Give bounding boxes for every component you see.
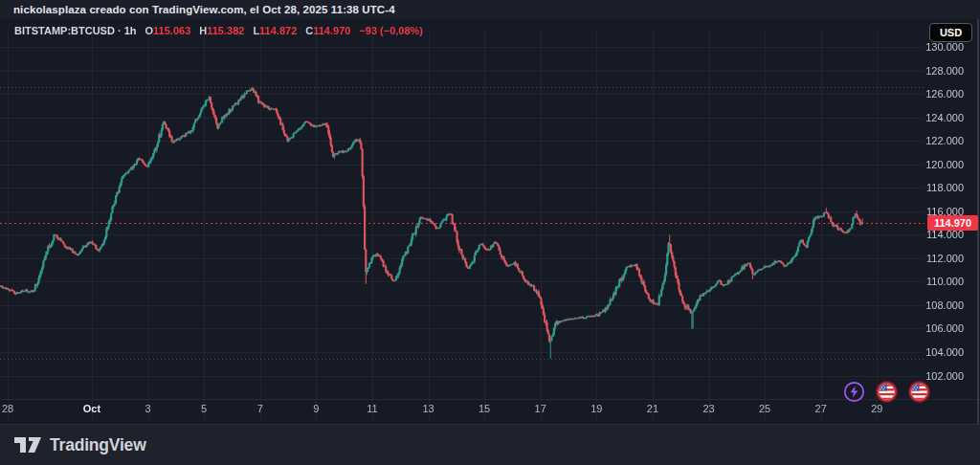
close-value: 114.970	[313, 25, 350, 36]
price-axis-label: 124.000	[906, 112, 964, 123]
price-axis-label: 104.000	[906, 346, 964, 358]
price-axis-label: 108.000	[906, 299, 964, 311]
us-flag-icon[interactable]	[907, 380, 931, 404]
legend-separator: ·	[118, 25, 122, 36]
interval-label: 1h	[124, 25, 137, 36]
corner-icons	[842, 380, 931, 404]
time-axis-label: 7	[241, 403, 279, 415]
low-value: 114.872	[259, 25, 297, 36]
time-axis-label: 27	[802, 403, 840, 415]
last-price-badge: 114.970	[927, 215, 978, 231]
open-value: 115.063	[153, 25, 190, 36]
attribution-bar: nickolasplaza creado con TradingView.com…	[0, 0, 980, 19]
price-axis-label: 106.000	[906, 322, 964, 334]
price-axis-label: 122.000	[906, 135, 964, 146]
time-axis-label: 3	[129, 403, 167, 415]
lightning-icon[interactable]	[842, 380, 866, 404]
time-axis-label: 23	[690, 403, 728, 415]
ohlc-legend: BITSTAMP:BTCUSD · 1h O115.063 H115.382 L…	[14, 24, 423, 38]
price-axis-label: 128.000	[906, 65, 964, 77]
time-axis-label: 17	[522, 403, 560, 415]
change-value: −93 (−0,08%)	[359, 24, 423, 38]
time-axis-label: 13	[410, 403, 448, 415]
symbol-label: BITSTAMP:BTCUSD	[14, 25, 115, 36]
price-axis-label: 126.000	[906, 88, 964, 100]
price-axis-label: 114.000	[906, 229, 964, 240]
currency-toggle-button[interactable]: USD	[929, 23, 972, 42]
price-axis-label: 112.000	[906, 253, 964, 264]
time-axis-label: 25	[746, 403, 784, 415]
price-axis-label: 120.000	[906, 159, 964, 170]
footer-bar: TradingView	[0, 424, 980, 465]
tradingview-logo[interactable]: TradingView	[13, 433, 146, 456]
time-axis-label: 9	[297, 403, 335, 415]
time-axis-label: 28	[0, 403, 27, 415]
time-axis-label: 5	[185, 403, 223, 415]
open-label: O	[145, 25, 154, 36]
tradingview-brand-text: TradingView	[50, 435, 146, 455]
us-flag-icon[interactable]	[875, 380, 899, 404]
high-value: 115.382	[207, 25, 244, 36]
time-axis-label: 29	[858, 403, 896, 415]
chart-pane: BITSTAMP:BTCUSD · 1h O115.063 H115.382 L…	[0, 19, 980, 424]
candlestick-chart[interactable]	[0, 19, 980, 424]
time-axis-label: 19	[577, 403, 615, 415]
time-axis-label: 11	[353, 403, 391, 415]
price-axis-label: 110.000	[906, 276, 964, 287]
time-axis-label: 15	[465, 403, 503, 415]
price-axis-label: 130.000	[906, 41, 964, 53]
time-axis-label: 21	[634, 403, 672, 415]
time-axis-label: Oct	[73, 403, 111, 415]
tradingview-logo-icon	[13, 433, 42, 456]
price-axis-label: 118.000	[906, 182, 964, 193]
